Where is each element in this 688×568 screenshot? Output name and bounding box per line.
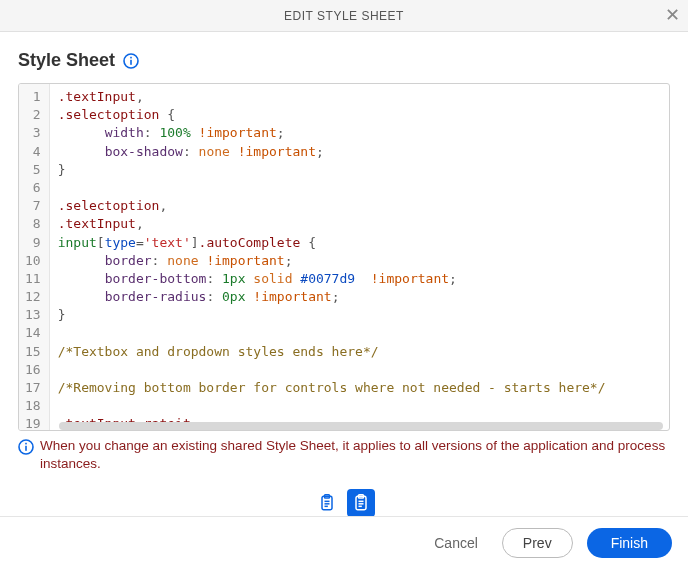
info-icon [18, 439, 34, 455]
svg-rect-4 [25, 446, 27, 451]
close-icon[interactable]: ✕ [665, 6, 680, 24]
css-editor[interactable]: 1 2 3 4 5 6 7 8 9 10 11 12 13 14 15 16 1… [18, 83, 670, 431]
clipboard-list-icon[interactable] [313, 489, 341, 517]
svg-rect-1 [130, 59, 132, 64]
dialog-body: Style Sheet 1 2 3 4 5 6 7 8 9 10 11 12 1… [0, 32, 688, 535]
warning-text: When you change an existing shared Style… [40, 437, 670, 473]
code-area[interactable]: .textInput, .selectoption { width: 100% … [50, 84, 669, 430]
dialog-header: EDIT STYLE SHEET ✕ [0, 0, 688, 32]
view-toggle-row [18, 489, 670, 517]
svg-rect-5 [25, 443, 27, 445]
section-title: Style Sheet [18, 50, 115, 71]
dialog-footer: Cancel Prev Finish [0, 516, 688, 568]
prev-button[interactable]: Prev [502, 528, 573, 558]
line-gutter: 1 2 3 4 5 6 7 8 9 10 11 12 13 14 15 16 1… [19, 84, 50, 430]
svg-rect-2 [130, 56, 132, 58]
dialog-title: EDIT STYLE SHEET [284, 9, 404, 23]
info-icon[interactable] [123, 53, 139, 69]
finish-button[interactable]: Finish [587, 528, 672, 558]
cancel-button[interactable]: Cancel [424, 529, 488, 557]
warning-message: When you change an existing shared Style… [18, 437, 670, 473]
clipboard-filled-icon[interactable] [347, 489, 375, 517]
